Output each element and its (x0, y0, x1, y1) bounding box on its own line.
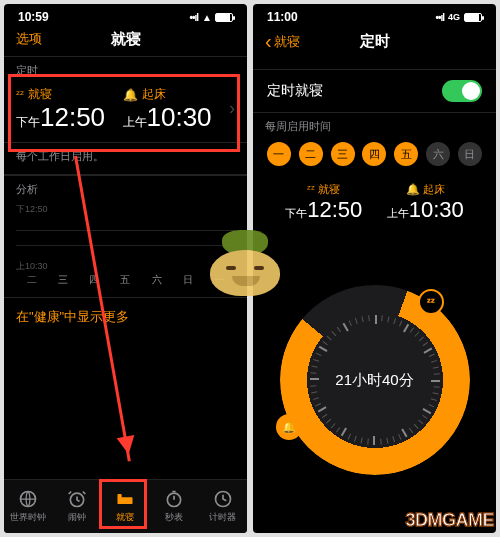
day-pill-sun[interactable]: 日 (458, 142, 482, 166)
bed-icon (115, 489, 135, 509)
day-pill-sat[interactable]: 六 (426, 142, 450, 166)
svg-rect-2 (118, 497, 133, 504)
globe-icon (18, 489, 38, 509)
tab-bar: 世界时钟 闹钟 就寝 秒表 计时器 (4, 479, 247, 533)
chevron-right-icon: › (229, 98, 235, 119)
sleep-analysis-chart: 下12:50 上10:30 二三 四五 六日 一 (4, 199, 247, 298)
timer-icon (213, 489, 233, 509)
section-days-label: 每周启用时间 (253, 113, 496, 136)
nav-bar: 就寝 定时 (253, 26, 496, 61)
health-link[interactable]: 在"健康"中显示更多 (4, 298, 247, 336)
sleep-dial[interactable]: ᶻᶻ 🔔 21小时40分 (253, 231, 496, 533)
battery-icon (215, 13, 233, 22)
battery-icon (464, 13, 482, 22)
svg-rect-3 (118, 494, 122, 498)
sleep-duration: 21小时40分 (280, 285, 470, 475)
day-pills: 一 二 三 四 五 六 日 (253, 136, 496, 178)
tab-alarm[interactable]: 闹钟 (53, 480, 102, 533)
tab-bedtime[interactable]: 就寝 (101, 480, 150, 533)
section-schedule-label: 定时 (4, 56, 247, 80)
watermark: 3DMGAME (405, 510, 494, 531)
schedule-subtext: 每个工作日启用。 (4, 143, 247, 175)
bedtime-block: ᶻᶻ就寝 下午12:50 (273, 182, 375, 223)
row-label: 定时就寝 (267, 82, 323, 100)
bedtime-schedule-toggle-row: 定时就寝 (253, 69, 496, 113)
network-label: 4G (448, 12, 460, 22)
nav-bar: 选项 就寝 (4, 26, 247, 56)
bedtime-block: ᶻᶻ就寝 下午12:50 (16, 86, 123, 132)
tab-timer[interactable]: 计时器 (198, 480, 247, 533)
wake-block: 🔔起床 上午10:30 (123, 86, 230, 132)
tab-stopwatch[interactable]: 秒表 (150, 480, 199, 533)
bell-icon: 🔔 (406, 183, 420, 196)
stopwatch-icon (164, 489, 184, 509)
day-pill-wed[interactable]: 三 (331, 142, 355, 166)
status-bar: 11:00 ••ıl 4G (253, 4, 496, 26)
day-pill-thu[interactable]: 四 (362, 142, 386, 166)
day-pill-tue[interactable]: 二 (299, 142, 323, 166)
zz-icon: ᶻᶻ (307, 183, 315, 196)
left-phone: 10:59 ••ıl ▲ 选项 就寝 定时 ᶻᶻ就寝 下午12:50 🔔起床 上… (4, 4, 247, 533)
right-phone: 11:00 ••ıl 4G 就寝 定时 定时就寝 每周启用时间 一 二 三 四 … (253, 4, 496, 533)
alarm-icon (67, 489, 87, 509)
schedule-row[interactable]: ᶻᶻ就寝 下午12:50 🔔起床 上午10:30 › (4, 80, 247, 143)
day-pill-fri[interactable]: 五 (394, 142, 418, 166)
signal-icon: ••ıl (190, 12, 199, 23)
tab-world[interactable]: 世界时钟 (4, 480, 53, 533)
signal-icon: ••ıl (435, 12, 444, 23)
bedtime-switch[interactable] (442, 80, 482, 102)
times-display: ᶻᶻ就寝 下午12:50 🔔起床 上午10:30 (253, 178, 496, 231)
options-button[interactable]: 选项 (16, 30, 42, 48)
status-time: 10:59 (18, 10, 49, 24)
bell-icon: 🔔 (123, 88, 138, 102)
status-bar: 10:59 ••ıl ▲ (4, 4, 247, 26)
section-analysis-label: 分析 (4, 175, 247, 199)
chart-days: 二三 四五 六日 一 (16, 273, 235, 287)
status-time: 11:00 (267, 10, 298, 24)
zz-icon: ᶻᶻ (16, 88, 24, 102)
day-pill-mon[interactable]: 一 (267, 142, 291, 166)
wake-block: 🔔起床 上午10:30 (375, 182, 477, 223)
wifi-icon: ▲ (202, 12, 211, 23)
back-button[interactable]: 就寝 (265, 30, 300, 53)
